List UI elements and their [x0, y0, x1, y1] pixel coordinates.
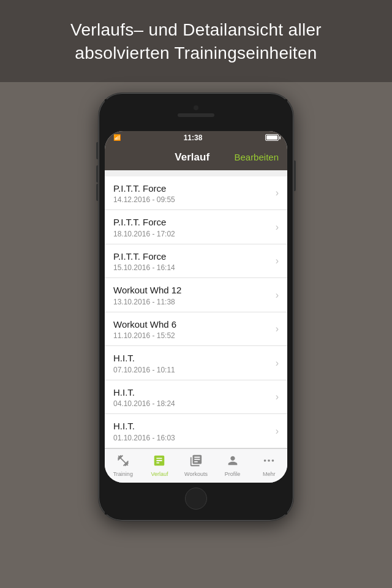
- verlauf-label: Verlauf: [151, 471, 168, 477]
- phone-mockup: 📶 11:38 Verlauf Bearbeiten P.I.T: [0, 82, 392, 521]
- list-item-content: H.I.T. 07.10.2016 - 10:11: [113, 352, 271, 374]
- list-item-subtitle: 13.10.2016 - 11:38: [113, 298, 271, 306]
- profile-label: Profile: [225, 471, 241, 477]
- tab-verlauf[interactable]: Verlauf: [141, 449, 178, 483]
- list-item-subtitle: 14.12.2016 - 09:55: [113, 195, 271, 204]
- list-item-content: H.I.T. 01.10.2016 - 16:03: [113, 420, 271, 442]
- list-item-title: Workout Whd 12: [113, 284, 271, 296]
- list-item-content: Workout Whd 12 13.10.2016 - 11:38: [113, 284, 271, 306]
- list-item[interactable]: P.I.T.T. Force 15.10.2016 - 16:14 ›: [105, 244, 287, 279]
- list-item-title: Workout Whd 6: [113, 318, 271, 331]
- svg-point-1: [268, 459, 270, 462]
- chevron-right-icon: ›: [276, 290, 279, 301]
- list-item-subtitle: 01.10.2016 - 16:03: [113, 434, 271, 442]
- list-item-title: H.I.T.: [113, 420, 271, 432]
- list-item-content: P.I.T.T. Force 14.12.2016 - 09:55: [113, 183, 271, 205]
- list-item[interactable]: H.I.T. 04.10.2016 - 18:24 ›: [105, 380, 287, 415]
- tab-mehr[interactable]: Mehr: [251, 449, 287, 483]
- list-item-title: H.I.T.: [113, 386, 271, 399]
- wifi-icon: 📶: [113, 134, 121, 141]
- verlauf-icon: [153, 454, 166, 469]
- list-item-subtitle: 11.10.2016 - 15:52: [113, 331, 271, 340]
- phone-bezel-bottom: [105, 483, 287, 514]
- tab-workouts[interactable]: Workouts: [178, 449, 214, 483]
- list-section-space: [105, 170, 287, 176]
- list-item-title: P.I.T.T. Force: [113, 216, 271, 228]
- list-item-content: P.I.T.T. Force 18.10.2016 - 17:02: [113, 216, 271, 238]
- tab-profile[interactable]: Profile: [214, 449, 251, 483]
- profile-icon: [226, 454, 239, 469]
- mehr-label: Mehr: [263, 471, 276, 477]
- chevron-right-icon: ›: [276, 222, 279, 233]
- svg-point-0: [264, 459, 266, 462]
- list-item[interactable]: Workout Whd 12 13.10.2016 - 11:38 ›: [105, 278, 287, 312]
- list-item[interactable]: P.I.T.T. Force 18.10.2016 - 17:02 ›: [105, 210, 287, 244]
- battery-indicator: [265, 134, 279, 141]
- battery-icon: [265, 134, 279, 141]
- phone-outer: 📶 11:38 Verlauf Bearbeiten P.I.T: [99, 93, 293, 521]
- chevron-right-icon: ›: [276, 426, 279, 437]
- svg-point-2: [272, 459, 274, 462]
- list-item[interactable]: Workout Whd 6 11.10.2016 - 15:52 ›: [105, 312, 287, 347]
- edit-button[interactable]: Bearbeiten: [234, 152, 279, 162]
- tab-bar: Training Verlauf Workouts Profile Mehr: [105, 448, 287, 483]
- home-button[interactable]: [185, 488, 207, 510]
- workouts-icon: [189, 454, 203, 469]
- mehr-icon: [262, 454, 276, 469]
- list-item-title: P.I.T.T. Force: [113, 183, 271, 195]
- list-item-subtitle: 04.10.2016 - 18:24: [113, 399, 271, 408]
- list-item[interactable]: H.I.T. 07.10.2016 - 10:11 ›: [105, 346, 287, 380]
- list-item-subtitle: 18.10.2016 - 17:02: [113, 230, 271, 238]
- top-banner: Verlaufs– und Detail­ansicht aller absol…: [0, 0, 392, 82]
- training-icon: [116, 454, 130, 469]
- phone-camera: [194, 105, 198, 110]
- battery-fill: [266, 135, 277, 140]
- list-item-title: P.I.T.T. Force: [113, 251, 271, 263]
- list-item-content: Workout Whd 6 11.10.2016 - 15:52: [113, 318, 271, 341]
- nav-title: Verlauf: [150, 151, 234, 164]
- list-item-content: H.I.T. 04.10.2016 - 18:24: [113, 386, 271, 409]
- workouts-label: Workouts: [184, 471, 208, 477]
- status-bar: 📶 11:38: [105, 131, 287, 145]
- training-label: Training: [113, 471, 133, 477]
- chevron-right-icon: ›: [276, 391, 279, 402]
- tab-training[interactable]: Training: [105, 449, 141, 483]
- chevron-right-icon: ›: [276, 187, 279, 198]
- phone-bezel-top: [105, 99, 287, 131]
- chevron-right-icon: ›: [276, 358, 279, 369]
- phone-speaker: [178, 113, 214, 117]
- phone-screen: 📶 11:38 Verlauf Bearbeiten P.I.T: [105, 131, 287, 483]
- list-item[interactable]: P.I.T.T. Force 14.12.2016 - 09:55 ›: [105, 176, 287, 211]
- list-item-subtitle: 07.10.2016 - 10:11: [113, 366, 271, 374]
- status-time: 11:38: [184, 134, 203, 142]
- banner-text: Verlaufs– und Detail­ansicht aller absol…: [24, 18, 368, 65]
- list-item-subtitle: 15.10.2016 - 16:14: [113, 263, 271, 272]
- chevron-right-icon: ›: [276, 255, 279, 266]
- list-item[interactable]: H.I.T. 01.10.2016 - 16:03 ›: [105, 414, 287, 448]
- navigation-bar: Verlauf Bearbeiten: [105, 145, 287, 170]
- list-item-title: H.I.T.: [113, 352, 271, 364]
- list-item-content: P.I.T.T. Force 15.10.2016 - 16:14: [113, 251, 271, 273]
- chevron-right-icon: ›: [276, 323, 279, 334]
- workout-list: P.I.T.T. Force 14.12.2016 - 09:55 › P.I.…: [105, 176, 287, 448]
